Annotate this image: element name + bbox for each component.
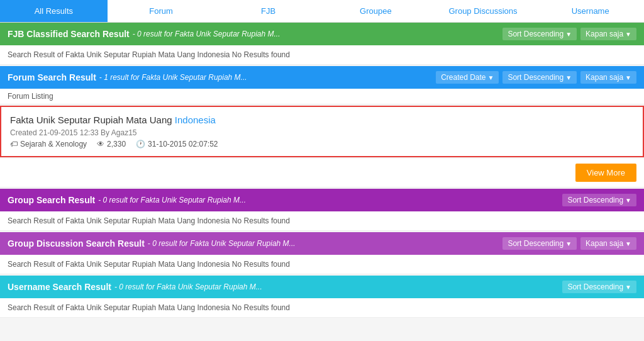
username-section: Username Search Result - 0 result for Fa… [0,276,644,318]
eye-icon: 👁 [97,140,104,148]
forum-time-chevron: ▼ [625,74,631,81]
fjb-section-header: FJB Classified Search Result - 0 result … [0,23,644,45]
forum-sort-button[interactable]: Sort Descending ▼ [502,71,577,84]
username-title: Username Search Result [8,282,111,292]
group-discussion-controls: Sort Descending ▼ Kapan saja ▼ [502,237,636,250]
tab-group-discussions[interactable]: Group Discussions [430,0,537,22]
tab-all-results[interactable]: All Results [0,0,108,22]
tab-forum[interactable]: Forum [108,0,215,22]
forum-listing-label: Forum Listing [0,89,644,104]
username-sort-button[interactable]: Sort Descending ▼ [562,281,636,293]
group-discussion-section: Group Discussion Search Result - 0 resul… [0,232,644,274]
group-discussion-time-chevron: ▼ [625,240,631,247]
tab-bar: All Results Forum FJB Groupee Group Disc… [0,0,644,23]
group-subtitle: - 0 result for Fakta Unik Seputar Rupiah… [98,196,246,204]
username-sort-chevron: ▼ [625,284,631,291]
tab-groupee[interactable]: Groupee [322,0,430,22]
group-discussion-sort-button[interactable]: Sort Descending ▼ [502,237,577,250]
forum-result-title: Fakta Unik Seputar Rupiah Mata Uang Indo… [10,115,634,125]
username-section-header: Username Search Result - 0 result for Fa… [0,276,644,298]
group-section-body: Search Result of Fakta Unik Seputar Rupi… [0,211,644,231]
fjb-sort-chevron: ▼ [565,31,572,38]
forum-date-button[interactable]: Created Date ▼ [436,71,499,84]
fjb-subtitle: - 0 result for Fakta Unik Seputar Rupiah… [133,30,280,38]
username-subtitle: - 0 result for Fakta Unik Seputar Rupiah… [114,282,262,291]
fjb-sort-button[interactable]: Sort Descending ▼ [502,28,577,40]
fjb-time-button[interactable]: Kapan saja ▼ [580,28,636,40]
tab-username[interactable]: Username [536,0,644,22]
username-section-body: Search Result of Fakta Unik Seputar Rupi… [0,298,644,318]
group-discussion-section-body: Search Result of Fakta Unik Seputar Rupi… [0,255,644,274]
forum-result-tags: 🏷 Sejarah & Xenology 👁 2,330 🕐 31-10-201… [10,140,634,148]
forum-result-tag: 🏷 Sejarah & Xenology [10,140,87,148]
group-discussion-subtitle: - 0 result for Fakta Unik Seputar Rupiah… [148,239,296,248]
group-title: Group Search Result [8,195,95,205]
forum-date-chevron: ▼ [488,74,494,81]
tag-icon: 🏷 [10,140,18,148]
forum-section: Forum Search Result - 1 result for Fakta… [0,66,644,187]
fjb-section-body: Search Result of Fakta Unik Seputar Rupi… [0,45,644,65]
view-more-wrapper: View More [0,159,644,187]
group-discussion-title: Group Discussion Search Result [8,238,145,249]
tab-fjb[interactable]: FJB [214,0,322,22]
forum-section-header: Forum Search Result - 1 result for Fakta… [0,66,644,89]
forum-result-title-highlight: Indonesia [175,115,216,125]
group-sort-chevron: ▼ [625,197,631,204]
fjb-section: FJB Classified Search Result - 0 result … [0,23,644,65]
group-discussion-section-header: Group Discussion Search Result - 0 resul… [0,232,644,255]
forum-sort-chevron: ▼ [565,74,572,81]
group-discussion-time-button[interactable]: Kapan saja ▼ [580,237,636,250]
forum-subtitle: - 1 result for Fakta Unik Seputar Rupiah… [99,73,247,82]
clock-icon: 🕐 [136,140,145,148]
group-section: Group Search Result - 0 result for Fakta… [0,189,644,231]
forum-controls: Created Date ▼ Sort Descending ▼ Kapan s… [436,71,636,84]
fjb-controls: Sort Descending ▼ Kapan saja ▼ [502,28,636,40]
fjb-time-chevron: ▼ [625,31,631,38]
forum-result-meta: Created 21-09-2015 12:33 By Agaz15 [10,128,634,137]
username-controls: Sort Descending ▼ [562,281,636,293]
view-more-button[interactable]: View More [575,164,636,182]
fjb-title: FJB Classified Search Result [8,29,130,39]
group-discussion-sort-chevron: ▼ [565,240,572,247]
forum-result-item: Fakta Unik Seputar Rupiah Mata Uang Indo… [0,106,644,157]
forum-time-button[interactable]: Kapan saja ▼ [580,71,636,84]
forum-title: Forum Search Result [8,72,96,82]
group-sort-button[interactable]: Sort Descending ▼ [562,194,636,206]
group-controls: Sort Descending ▼ [562,194,636,206]
forum-result-lastpost: 🕐 31-10-2015 02:07:52 [136,140,218,148]
forum-result-views: 👁 2,330 [97,140,126,148]
group-section-header: Group Search Result - 0 result for Fakta… [0,189,644,211]
